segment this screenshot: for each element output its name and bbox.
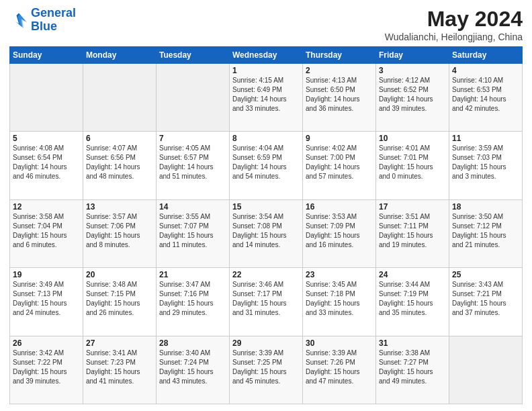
day-info: Sunrise: 3:45 AMSunset: 7:18 PMDaylight:…	[306, 280, 373, 318]
calendar-cell: 25Sunrise: 3:43 AMSunset: 7:21 PMDayligh…	[449, 268, 523, 336]
day-info: Sunrise: 4:05 AMSunset: 6:57 PMDaylight:…	[159, 144, 226, 181]
day-info: Sunrise: 3:41 AMSunset: 7:23 PMDaylight:…	[86, 349, 153, 386]
main-title: May 2024	[385, 7, 523, 32]
logo-general: General	[31, 6, 76, 19]
logo-icon	[9, 11, 28, 30]
calendar-cell: 15Sunrise: 3:54 AMSunset: 7:08 PMDayligh…	[230, 199, 303, 267]
col-wednesday: Wednesday	[230, 47, 303, 64]
day-number: 28	[159, 338, 226, 348]
day-number: 9	[306, 134, 373, 143]
day-info: Sunrise: 3:55 AMSunset: 7:07 PMDaylight:…	[159, 212, 226, 250]
calendar-cell: 24Sunrise: 3:44 AMSunset: 7:19 PMDayligh…	[376, 268, 449, 336]
day-info: Sunrise: 4:12 AMSunset: 6:52 PMDaylight:…	[379, 76, 446, 113]
day-info: Sunrise: 4:04 AMSunset: 6:59 PMDaylight:…	[232, 144, 300, 181]
day-number: 5	[13, 134, 80, 143]
calendar-cell: 9Sunrise: 4:02 AMSunset: 7:00 PMDaylight…	[303, 132, 376, 199]
day-info: Sunrise: 4:02 AMSunset: 7:00 PMDaylight:…	[306, 144, 373, 181]
calendar-week-4: 19Sunrise: 3:49 AMSunset: 7:13 PMDayligh…	[10, 268, 523, 336]
calendar-body: 1Sunrise: 4:15 AMSunset: 6:49 PMDaylight…	[10, 64, 523, 404]
day-info: Sunrise: 3:54 AMSunset: 7:08 PMDaylight:…	[232, 212, 300, 250]
day-number: 7	[159, 134, 226, 143]
day-info: Sunrise: 4:08 AMSunset: 6:54 PMDaylight:…	[13, 144, 80, 181]
day-number: 11	[452, 134, 519, 143]
day-number: 3	[379, 66, 446, 75]
calendar-cell: 4Sunrise: 4:10 AMSunset: 6:53 PMDaylight…	[449, 64, 523, 132]
day-number: 31	[379, 338, 446, 348]
calendar-cell: 8Sunrise: 4:04 AMSunset: 6:59 PMDaylight…	[230, 132, 303, 199]
calendar-cell: 26Sunrise: 3:42 AMSunset: 7:22 PMDayligh…	[10, 336, 83, 404]
day-number: 20	[86, 270, 153, 279]
day-info: Sunrise: 3:58 AMSunset: 7:04 PMDaylight:…	[13, 212, 80, 250]
day-number: 22	[232, 270, 300, 279]
calendar-cell: 27Sunrise: 3:41 AMSunset: 7:23 PMDayligh…	[83, 336, 157, 404]
day-number: 4	[452, 66, 519, 75]
logo-blue: Blue	[31, 19, 57, 33]
col-sunday: Sunday	[10, 47, 83, 64]
col-monday: Monday	[83, 47, 157, 64]
calendar-cell: 17Sunrise: 3:51 AMSunset: 7:11 PMDayligh…	[376, 199, 449, 267]
col-friday: Friday	[376, 47, 449, 64]
day-number: 23	[306, 270, 373, 279]
day-info: Sunrise: 4:01 AMSunset: 7:01 PMDaylight:…	[379, 144, 446, 181]
calendar-week-2: 5Sunrise: 4:08 AMSunset: 6:54 PMDaylight…	[10, 132, 523, 199]
day-info: Sunrise: 3:44 AMSunset: 7:19 PMDaylight:…	[379, 280, 446, 318]
logo-text: General Blue	[31, 7, 76, 34]
calendar-cell	[83, 64, 157, 132]
day-number: 13	[86, 202, 153, 212]
day-info: Sunrise: 3:51 AMSunset: 7:11 PMDaylight:…	[379, 212, 446, 250]
day-number: 16	[306, 202, 373, 212]
day-info: Sunrise: 3:43 AMSunset: 7:21 PMDaylight:…	[452, 280, 519, 318]
calendar-cell: 11Sunrise: 3:59 AMSunset: 7:03 PMDayligh…	[449, 132, 523, 199]
day-info: Sunrise: 3:47 AMSunset: 7:16 PMDaylight:…	[159, 280, 226, 318]
day-info: Sunrise: 3:49 AMSunset: 7:13 PMDaylight:…	[13, 280, 80, 318]
day-number: 8	[232, 134, 300, 143]
day-number: 14	[159, 202, 226, 212]
calendar-cell	[157, 64, 230, 132]
day-info: Sunrise: 3:53 AMSunset: 7:09 PMDaylight:…	[306, 212, 373, 250]
day-number: 1	[232, 66, 300, 75]
page: General Blue May 2024 Wudalianchi, Heilo…	[0, 0, 532, 411]
calendar-cell: 10Sunrise: 4:01 AMSunset: 7:01 PMDayligh…	[376, 132, 449, 199]
day-number: 15	[232, 202, 300, 212]
day-number: 2	[306, 66, 373, 75]
day-number: 26	[13, 338, 80, 348]
day-number: 12	[13, 202, 80, 212]
calendar-cell: 28Sunrise: 3:40 AMSunset: 7:24 PMDayligh…	[157, 336, 230, 404]
day-info: Sunrise: 3:57 AMSunset: 7:06 PMDaylight:…	[86, 212, 153, 250]
calendar-cell: 29Sunrise: 3:39 AMSunset: 7:25 PMDayligh…	[230, 336, 303, 404]
calendar-cell: 16Sunrise: 3:53 AMSunset: 7:09 PMDayligh…	[303, 199, 376, 267]
day-number: 6	[86, 134, 153, 143]
calendar-cell: 20Sunrise: 3:48 AMSunset: 7:15 PMDayligh…	[83, 268, 157, 336]
calendar-cell: 18Sunrise: 3:50 AMSunset: 7:12 PMDayligh…	[449, 199, 523, 267]
day-info: Sunrise: 3:39 AMSunset: 7:25 PMDaylight:…	[232, 349, 300, 386]
day-number: 10	[379, 134, 446, 143]
calendar-week-5: 26Sunrise: 3:42 AMSunset: 7:22 PMDayligh…	[10, 336, 523, 404]
calendar-cell: 23Sunrise: 3:45 AMSunset: 7:18 PMDayligh…	[303, 268, 376, 336]
day-info: Sunrise: 3:38 AMSunset: 7:27 PMDaylight:…	[379, 349, 446, 386]
col-saturday: Saturday	[449, 47, 523, 64]
header: General Blue May 2024 Wudalianchi, Heilo…	[9, 7, 523, 42]
day-number: 19	[13, 270, 80, 279]
day-info: Sunrise: 3:39 AMSunset: 7:26 PMDaylight:…	[306, 349, 373, 386]
calendar-cell: 14Sunrise: 3:55 AMSunset: 7:07 PMDayligh…	[157, 199, 230, 267]
day-number: 29	[232, 338, 300, 348]
day-info: Sunrise: 3:42 AMSunset: 7:22 PMDaylight:…	[13, 349, 80, 386]
calendar-cell	[10, 64, 83, 132]
calendar-cell: 21Sunrise: 3:47 AMSunset: 7:16 PMDayligh…	[157, 268, 230, 336]
day-number: 24	[379, 270, 446, 279]
calendar-cell: 7Sunrise: 4:05 AMSunset: 6:57 PMDaylight…	[157, 132, 230, 199]
calendar-cell: 5Sunrise: 4:08 AMSunset: 6:54 PMDaylight…	[10, 132, 83, 199]
day-number: 21	[159, 270, 226, 279]
day-info: Sunrise: 4:13 AMSunset: 6:50 PMDaylight:…	[306, 76, 373, 113]
calendar-cell: 12Sunrise: 3:58 AMSunset: 7:04 PMDayligh…	[10, 199, 83, 267]
day-info: Sunrise: 4:07 AMSunset: 6:56 PMDaylight:…	[86, 144, 153, 181]
calendar-header-row: Sunday Monday Tuesday Wednesday Thursday…	[10, 47, 523, 64]
day-info: Sunrise: 3:48 AMSunset: 7:15 PMDaylight:…	[86, 280, 153, 318]
calendar-cell: 19Sunrise: 3:49 AMSunset: 7:13 PMDayligh…	[10, 268, 83, 336]
calendar-cell: 30Sunrise: 3:39 AMSunset: 7:26 PMDayligh…	[303, 336, 376, 404]
day-number: 27	[86, 338, 153, 348]
calendar-table: Sunday Monday Tuesday Wednesday Thursday…	[9, 46, 523, 404]
calendar-week-3: 12Sunrise: 3:58 AMSunset: 7:04 PMDayligh…	[10, 199, 523, 267]
calendar-cell	[449, 336, 523, 404]
calendar-cell: 1Sunrise: 4:15 AMSunset: 6:49 PMDaylight…	[230, 64, 303, 132]
